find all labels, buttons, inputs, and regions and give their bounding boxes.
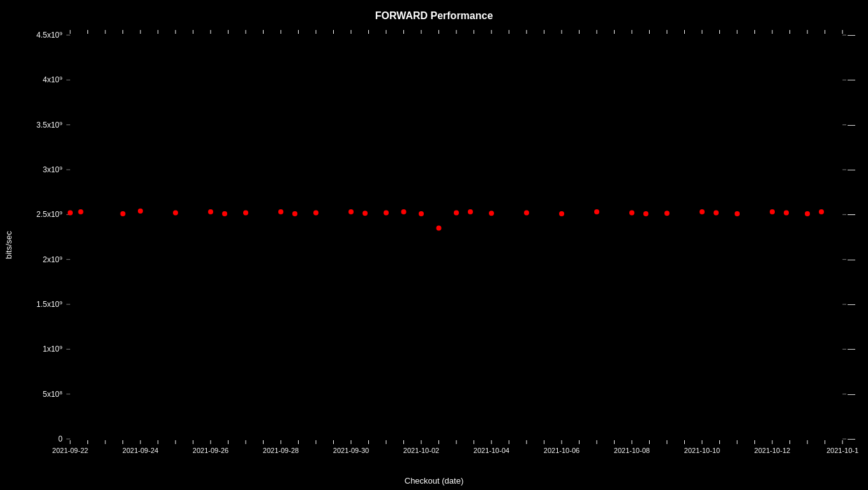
performance-chart [0, 0, 868, 490]
chart-container [0, 0, 868, 490]
